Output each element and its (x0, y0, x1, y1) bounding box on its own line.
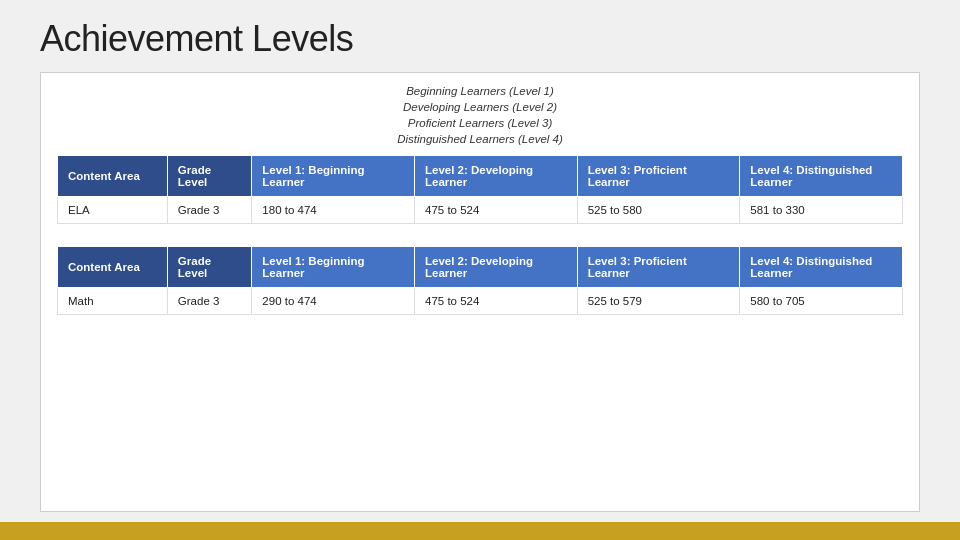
math-header-level1: Level 1: Beginning Learner (252, 247, 415, 288)
math-level2-range: 475 to 524 (415, 288, 578, 315)
math-header-content: Content Area (58, 247, 168, 288)
math-level4-range: 580 to 705 (740, 288, 903, 315)
ela-content-area: ELA (58, 197, 168, 224)
math-table: Content Area Grade Level Level 1: Beginn… (57, 246, 903, 315)
main-content: Achievement Levels Beginning Learners (L… (0, 0, 960, 522)
ela-header-level4: Level 4: Distinguished Learner (740, 156, 903, 197)
ela-header-level3: Level 3: Proficient Learner (577, 156, 740, 197)
math-row: Math Grade 3 290 to 474 475 to 524 525 t… (58, 288, 903, 315)
math-header-grade: Grade Level (167, 247, 252, 288)
ela-header-level1: Level 1: Beginning Learner (252, 156, 415, 197)
card: Beginning Learners (Level 1) Developing … (40, 72, 920, 512)
ela-table: Content Area Grade Level Level 1: Beginn… (57, 155, 903, 238)
ela-grade-level: Grade 3 (167, 197, 252, 224)
legend-area: Beginning Learners (Level 1) Developing … (57, 83, 903, 147)
ela-header-level2: Level 2: Developing Learner (415, 156, 578, 197)
math-header-level4: Level 4: Distinguished Learner (740, 247, 903, 288)
legend-item-4: Distinguished Learners (Level 4) (57, 131, 903, 147)
tables-area: Content Area Grade Level Level 1: Beginn… (57, 155, 903, 499)
math-content-area: Math (58, 288, 168, 315)
legend-item-1: Beginning Learners (Level 1) (57, 83, 903, 99)
page-title: Achievement Levels (40, 18, 920, 60)
math-level3-range: 525 to 579 (577, 288, 740, 315)
ela-level1-range: 180 to 474 (252, 197, 415, 224)
ela-level2-range: 475 to 524 (415, 197, 578, 224)
ela-level3-range: 525 to 580 (577, 197, 740, 224)
legend-item-3: Proficient Learners (Level 3) (57, 115, 903, 131)
ela-header-content: Content Area (58, 156, 168, 197)
ela-level4-range: 581 to 330 (740, 197, 903, 224)
legend-item-2: Developing Learners (Level 2) (57, 99, 903, 115)
math-header-level2: Level 2: Developing Learner (415, 247, 578, 288)
ela-header-grade: Grade Level (167, 156, 252, 197)
math-grade-level: Grade 3 (167, 288, 252, 315)
math-header-level3: Level 3: Proficient Learner (577, 247, 740, 288)
math-level1-range: 290 to 474 (252, 288, 415, 315)
page-wrapper: Achievement Levels Beginning Learners (L… (0, 0, 960, 540)
spacer-row-1 (58, 224, 903, 239)
bottom-bar (0, 522, 960, 540)
ela-row: ELA Grade 3 180 to 474 475 to 524 525 to… (58, 197, 903, 224)
